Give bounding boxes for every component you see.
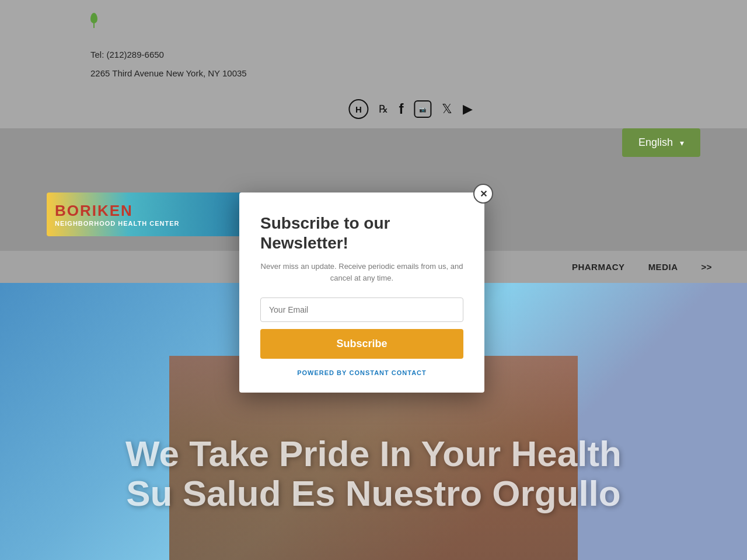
modal-subtitle: Never miss an update. Receive periodic e…: [260, 261, 463, 284]
twitter-icon[interactable]: 𝕏: [442, 102, 452, 117]
email-input[interactable]: [260, 298, 463, 322]
facebook-icon[interactable]: f: [399, 101, 403, 117]
nav-item-media[interactable]: MEDIA: [648, 262, 678, 272]
contact-info: Tel: (212)289-6650 2265 Third Avenue New…: [90, 50, 247, 78]
youtube-icon[interactable]: ▶: [463, 102, 473, 117]
modal-close-button[interactable]: ✕: [473, 184, 493, 204]
powered-by-brand: CONSTANT CONTACT: [349, 369, 426, 376]
subscribe-button[interactable]: Subscribe: [260, 329, 463, 359]
language-label: English: [638, 136, 673, 149]
location-phone-icon: [90, 13, 97, 23]
hero-line1: We Take Pride In Your Health: [0, 434, 747, 474]
nav-item-more[interactable]: >>: [701, 262, 712, 272]
newsletter-modal: ✕ Subscribe to our Newsletter! Never mis…: [239, 192, 484, 393]
nav-item-pharmacy[interactable]: PHARMACY: [572, 262, 625, 272]
logo[interactable]: BORIKEN NEIGHBORHOOD HEALTH CENTER: [47, 192, 251, 236]
rx-icon[interactable]: ℞: [379, 103, 388, 116]
top-bar: Tel: (212)289-6650 2265 Third Avenue New…: [0, 0, 747, 128]
chevron-down-icon: ▾: [680, 138, 684, 148]
language-selector[interactable]: English ▾: [622, 128, 700, 157]
healthgrades-icon[interactable]: H: [348, 99, 368, 119]
powered-by: POWERED BY CONSTANT CONTACT: [260, 369, 463, 376]
pin-icon: [90, 13, 97, 23]
phone-number: Tel: (212)289-6650: [90, 50, 247, 60]
logo-subtitle: NEIGHBORHOOD HEALTH CENTER: [55, 220, 179, 227]
social-icons-group: H ℞ f 📷 𝕏 ▶: [348, 99, 473, 119]
hero-text: We Take Pride In Your Health Su Salud Es…: [0, 434, 747, 513]
instagram-icon[interactable]: 📷: [414, 100, 431, 118]
powered-by-prefix: POWERED BY: [297, 369, 347, 376]
hero-line2: Su Salud Es Nuestro Orgullo: [0, 474, 747, 513]
modal-title: Subscribe to our Newsletter!: [260, 214, 463, 253]
logo-name: BORIKEN: [55, 202, 133, 220]
address: 2265 Third Avenue New York, NY 10035: [90, 68, 247, 78]
